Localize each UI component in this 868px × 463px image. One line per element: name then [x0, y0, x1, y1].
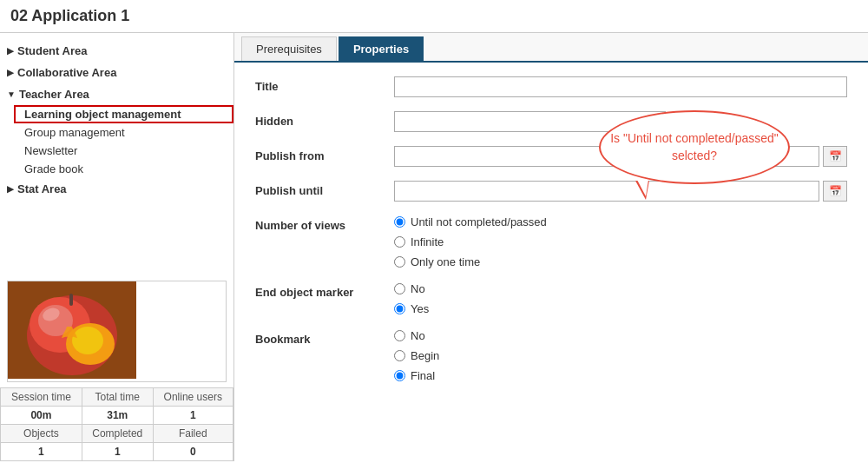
main-content: Prerequisites Properties Is "Until not c… — [234, 33, 868, 461]
page-title: 02 Application 1 — [10, 7, 858, 25]
views-infinite-option[interactable]: Infinite — [394, 235, 847, 248]
bookmark-final-option[interactable]: Final — [394, 369, 847, 382]
end-object-no-option[interactable]: No — [394, 282, 847, 295]
title-input[interactable] — [394, 76, 847, 97]
number-of-views-radio-group: Until not completed/passed Infinite Only… — [394, 215, 847, 268]
stats-label-row-1: Session time Total time Online users — [1, 388, 233, 407]
publish-until-calendar-button[interactable]: 📅 — [823, 181, 847, 202]
completed-label: Completed — [82, 425, 153, 443]
bookmark-label: Bookmark — [255, 329, 394, 346]
sidebar-item-student-area[interactable]: ▶ Student Area — [0, 40, 233, 62]
total-time-label: Total time — [82, 388, 153, 407]
sidebar-item-newsletter[interactable]: Newsletter — [14, 142, 233, 160]
stats-value-row-2: 1 1 0 — [1, 443, 233, 461]
objects-value: 1 — [1, 443, 82, 461]
publish-until-field: 📅 — [394, 181, 847, 202]
end-object-marker-field: No Yes — [394, 282, 847, 315]
bookmark-no-radio[interactable] — [394, 330, 405, 341]
teacher-area-arrow: ▼ — [7, 89, 16, 99]
bookmark-no-option[interactable]: No — [394, 329, 847, 342]
svg-rect-6 — [69, 294, 73, 306]
sidebar-item-learning-object-management[interactable]: Learning object management — [14, 105, 233, 123]
sidebar: ▶ Student Area ▶ Collaborative Area ▼ Te… — [0, 33, 234, 461]
publish-until-input[interactable] — [394, 181, 819, 202]
sidebar-item-teacher-area[interactable]: ▼ Teacher Area — [0, 83, 233, 105]
stats-table: Session time Total time Online users 00m… — [0, 387, 233, 461]
end-object-marker-row: End object marker No Yes — [255, 282, 847, 315]
failed-value: 0 — [153, 443, 233, 461]
number-of-views-row: Number of views Until not completed/pass… — [255, 215, 847, 268]
teacher-area-label: Teacher Area — [19, 88, 89, 101]
number-of-views-field: Until not completed/passed Infinite Only… — [394, 215, 847, 268]
sidebar-item-group-management[interactable]: Group management — [14, 123, 233, 142]
sidebar-nav: ▶ Student Area ▶ Collaborative Area ▼ Te… — [0, 33, 233, 275]
properties-form: Is "Until not completed/passed" selcted?… — [234, 63, 868, 461]
stats-label-row-2: Objects Completed Failed — [1, 425, 233, 443]
main-layout: ▶ Student Area ▶ Collaborative Area ▼ Te… — [0, 33, 868, 461]
bookmark-radio-group: No Begin Final — [394, 329, 847, 382]
page-header: 02 Application 1 — [0, 0, 868, 33]
stats-section: Session time Total time Online users 00m… — [0, 387, 233, 461]
end-object-marker-radio-group: No Yes — [394, 282, 847, 315]
session-time-value: 00m — [1, 407, 82, 425]
views-until-not-completed-option[interactable]: Until not completed/passed — [394, 215, 847, 228]
bookmark-final-radio[interactable] — [394, 370, 405, 381]
objects-label: Objects — [1, 425, 82, 443]
publish-until-label: Publish until — [255, 181, 394, 197]
publish-from-calendar-button[interactable]: 📅 — [823, 146, 847, 167]
publish-until-row: Publish until 📅 — [255, 181, 847, 202]
sidebar-item-collaborative-area[interactable]: ▶ Collaborative Area — [0, 62, 233, 83]
student-area-arrow: ▶ — [7, 46, 14, 56]
total-time-value: 31m — [82, 407, 153, 425]
views-only-one-time-radio[interactable] — [394, 256, 405, 268]
end-object-yes-radio[interactable] — [394, 303, 405, 314]
stats-value-row-1: 00m 31m 1 — [1, 407, 233, 425]
bookmark-row: Bookmark No Begin Final — [255, 329, 847, 382]
completed-value: 1 — [82, 443, 153, 461]
online-users-label: Online users — [153, 388, 233, 407]
end-object-yes-option[interactable]: Yes — [394, 302, 847, 315]
bookmark-begin-radio[interactable] — [394, 350, 405, 361]
publish-from-label: Publish from — [255, 146, 394, 162]
views-infinite-radio[interactable] — [394, 236, 405, 248]
failed-label: Failed — [153, 425, 233, 443]
hidden-label: Hidden — [255, 111, 394, 128]
online-users-value: 1 — [153, 407, 233, 425]
collaborative-area-label: Collaborative Area — [17, 66, 116, 79]
stat-area-arrow: ▶ — [7, 184, 14, 194]
session-time-label: Session time — [1, 388, 82, 407]
speech-bubble: Is "Until not completed/passed" selcted? — [599, 110, 790, 184]
stat-area-label: Stat Area — [17, 182, 67, 195]
title-label: Title — [255, 76, 394, 93]
teacher-area-submenu: Learning object management Group managem… — [0, 105, 233, 178]
tab-bar: Prerequisites Properties — [234, 33, 868, 63]
student-area-label: Student Area — [17, 44, 87, 57]
views-only-one-time-option[interactable]: Only one time — [394, 255, 847, 268]
apple-image — [8, 281, 136, 379]
bookmark-field: No Begin Final — [394, 329, 847, 382]
title-row: Title — [255, 76, 847, 97]
sidebar-item-grade-book[interactable]: Grade book — [14, 160, 233, 178]
views-until-not-completed-radio[interactable] — [394, 216, 405, 228]
end-object-marker-label: End object marker — [255, 282, 394, 299]
number-of-views-label: Number of views — [255, 215, 394, 232]
svg-point-5 — [72, 327, 103, 354]
sidebar-image — [7, 281, 227, 382]
tab-properties[interactable]: Properties — [339, 36, 424, 61]
end-object-no-radio[interactable] — [394, 283, 405, 294]
title-field — [394, 76, 847, 97]
bookmark-begin-option[interactable]: Begin — [394, 349, 847, 362]
collaborative-area-arrow: ▶ — [7, 68, 14, 77]
sidebar-item-stat-area[interactable]: ▶ Stat Area — [0, 178, 233, 200]
tab-prerequisites[interactable]: Prerequisites — [241, 36, 337, 61]
